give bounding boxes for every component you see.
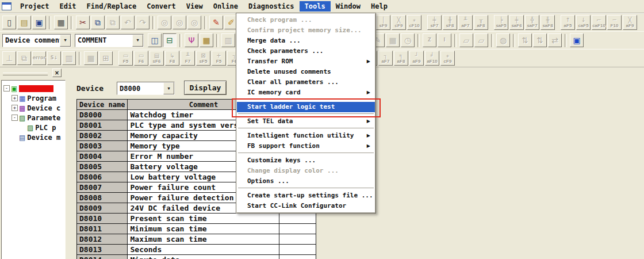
comment-cell[interactable]: Minimum scan time (128, 224, 279, 234)
find-instruction-button[interactable]: ◎ (172, 16, 186, 29)
chevron-down-icon[interactable]: ▼ (163, 82, 174, 94)
ladder-caf10-button[interactable]: ⌐caF10 (592, 15, 606, 30)
ladder-f5-button[interactable]: +F5 (212, 51, 226, 66)
ladder-f5-button[interactable]: ▭F5 (118, 51, 133, 66)
comment-cell[interactable]: Present scan time (128, 214, 279, 224)
open-project-button[interactable]: ▤ (17, 16, 31, 29)
device-name-cell[interactable]: D8013 (77, 245, 128, 255)
tree-item-device-comment[interactable]: +▩Device c (2, 103, 65, 113)
step-sort-button[interactable]: S↓ (47, 51, 61, 65)
paste-button[interactable]: ⧉ (106, 16, 120, 29)
data-name-combobox[interactable]: COMMENT ▼ (75, 34, 144, 47)
expand-plus-icon[interactable]: + (12, 95, 18, 101)
device-name-cell[interactable]: D8009 (77, 203, 128, 214)
menu-item-confirm-project-memory-size[interactable]: Confirm project memory size... (237, 25, 375, 36)
menu-item-set-tel-data[interactable]: Set TEL data▶ (237, 116, 375, 127)
menu-item-check-parameters[interactable]: Check parameters ... (237, 46, 375, 56)
tree-item-plc-parameter[interactable]: ▨PLC p (2, 123, 65, 132)
device-name-cell[interactable]: D8006 (77, 172, 128, 182)
device-memory-grid-button[interactable]: ▦ (386, 33, 400, 47)
collapse-minus-icon[interactable]: - (3, 85, 10, 92)
find-comment-button[interactable]: ◫ (148, 33, 162, 47)
cross-reference-button[interactable]: Ψ (185, 33, 198, 47)
menu-find-replace[interactable]: Find/Replace (81, 1, 141, 12)
device-name-cell[interactable]: D8005 (77, 162, 128, 172)
ladder-sf8-button[interactable]: ╫sF8 (443, 15, 457, 30)
device-name-cell[interactable]: D8002 (77, 131, 128, 141)
menu-item-start-cc-link-configurator[interactable]: Start CC-Link Configurator (237, 201, 375, 211)
network-view-button[interactable]: ◍ (496, 33, 510, 47)
ladder-caf5-button[interactable]: ↓caF5 (576, 15, 591, 30)
empty-cell[interactable] (279, 224, 316, 234)
ladder-cf9-button[interactable]: ⁎cF9 (440, 51, 455, 66)
comment-display-button[interactable]: ▥ (221, 33, 235, 47)
close-panel-button[interactable]: × (52, 68, 62, 77)
expand-plus-icon[interactable]: + (12, 105, 18, 111)
collapse-minus-icon[interactable]: - (12, 115, 18, 121)
new-project-button[interactable]: ▯ (2, 16, 16, 29)
ladder-af8-button[interactable]: ╥aF8 (474, 15, 488, 30)
tree-item-project-root[interactable]: -▣ (2, 83, 65, 93)
ladder-f10-button[interactable]: ─F10 (607, 15, 622, 30)
menu-view[interactable]: View (181, 1, 208, 12)
project-data-list-button[interactable]: ⊟ (163, 33, 177, 47)
save-project-button[interactable]: ▣ (32, 16, 46, 29)
tree-item-program[interactable]: +▦Program (2, 93, 65, 103)
menu-convert[interactable]: Convert (141, 1, 181, 12)
menu-online[interactable]: Online (208, 1, 243, 12)
ladder-saf8-button[interactable]: ╫saF8 (540, 15, 555, 30)
device-name-cell[interactable]: D8012 (77, 234, 128, 245)
ladder-saf7-button[interactable]: ╬saF7 (525, 15, 539, 30)
menu-edit[interactable]: Edit (55, 1, 82, 12)
redo-button[interactable]: ↷ (136, 16, 150, 29)
device-name-cell[interactable]: D8004 (77, 151, 128, 162)
menu-item-change-display-color[interactable]: Change display color ... (237, 166, 375, 176)
device-name-cell[interactable]: D8014 (77, 255, 128, 259)
ladder-sf5-button[interactable]: ⊠sF5 (196, 51, 210, 66)
device-use-list-button[interactable]: ▦ (200, 33, 213, 47)
ladder-sf7-button[interactable]: ╪sF7 (427, 15, 442, 30)
chevron-down-icon[interactable]: ▼ (60, 35, 71, 47)
menu-item-create-start-up-settings-file[interactable]: Create start-up settings file ... (237, 191, 375, 201)
grid-display-button[interactable]: ▦ (84, 51, 98, 65)
empty-cell[interactable] (279, 245, 316, 255)
menu-item-transfer-rom[interactable]: Transfer ROM▶ (237, 56, 375, 67)
empty-cell[interactable] (279, 214, 316, 224)
device-name-cell[interactable]: D8011 (77, 224, 128, 234)
empty-cell[interactable] (279, 234, 316, 245)
monitor-mode-button[interactable]: ▣ (570, 33, 584, 47)
ladder-af7-button[interactable]: ╨aF7 (458, 15, 473, 30)
device-name-cell[interactable]: D8000 (77, 110, 128, 120)
device-timer-button[interactable]: ◷ (401, 33, 415, 47)
menu-item-options[interactable]: Options ... (237, 176, 375, 186)
sort-ascending-button[interactable]: ⇅ (518, 33, 532, 47)
menu-item-customize-keys[interactable]: Customize keys ... (237, 155, 375, 166)
expand-window-button[interactable]: ⊞ (99, 51, 113, 65)
menu-item-ic-memory-card[interactable]: IC memory card▶ (237, 87, 375, 98)
ladder-sf6-button[interactable]: ▤sF6 (150, 51, 164, 66)
menu-item-start-ladder-logic-test[interactable]: Start ladder logic test (237, 102, 375, 112)
ladder-af10-button[interactable]: ╛aF10 (425, 51, 439, 66)
tree-item-device-memory[interactable]: ▤Device m (2, 132, 65, 142)
ladder-cf10-button[interactable]: ⁎cF10 (407, 15, 421, 30)
print-button[interactable]: ▦ (54, 16, 68, 29)
device-combobox[interactable]: D8000 ▼ (117, 82, 175, 95)
comment-edit-button[interactable]: ✎ (209, 16, 223, 29)
ladder-af9-button[interactable]: ┘aF9 (409, 51, 424, 66)
menu-tools[interactable]: Tools (300, 1, 331, 12)
menu-item-delete-unused-comments[interactable]: Delete unused comments (237, 67, 375, 77)
find-device-button[interactable]: ◎ (158, 16, 171, 29)
ladder-saf5-button[interactable]: ╞saF5 (494, 15, 508, 30)
menu-item-check-program[interactable]: Check program ... (237, 15, 375, 25)
cut-button[interactable]: ✂ (76, 16, 90, 29)
undo-button[interactable]: ↶ (121, 16, 135, 29)
ladder-saf6-button[interactable]: ╪saF6 (509, 15, 524, 30)
sort-descending-button[interactable]: ⇅ (533, 33, 547, 47)
device-name-cell[interactable]: D8010 (77, 214, 128, 224)
menu-window[interactable]: Window (331, 1, 366, 12)
copy-button[interactable]: ⧉ (91, 16, 105, 29)
ladder-af5-button[interactable]: ↑aF5 (561, 15, 575, 30)
menu-item-merge-data[interactable]: Merge data ... (237, 36, 375, 46)
copy-window-button[interactable]: ⧉ (17, 51, 31, 65)
system-menu-icon[interactable] (2, 2, 12, 10)
